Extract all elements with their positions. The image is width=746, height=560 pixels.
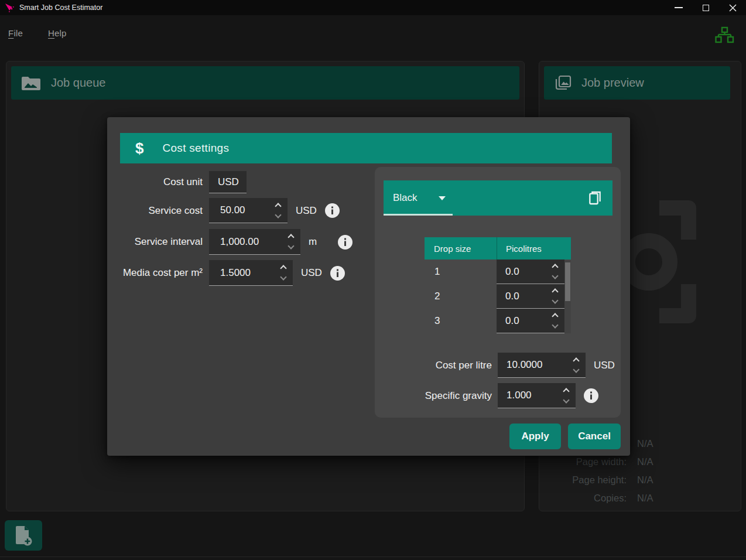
drop-size-cell: 1 <box>425 259 497 284</box>
spinner-arrows[interactable] <box>279 260 288 285</box>
spin-up-icon[interactable] <box>552 313 558 319</box>
spin-up-icon[interactable] <box>288 234 294 240</box>
spin-down-icon[interactable] <box>288 243 294 249</box>
cost-unit-row: Cost unit USD <box>107 171 247 193</box>
job-preview-title: Job preview <box>581 76 644 90</box>
folder-image-icon <box>20 75 42 91</box>
info-icon[interactable] <box>330 266 345 281</box>
media-cost-row: Media cost per m² 1.5000 USD <box>107 260 345 286</box>
service-cost-row: Service cost 50.00 USD <box>107 198 340 223</box>
add-job-button[interactable] <box>5 520 42 551</box>
spinner-arrows[interactable] <box>551 284 559 308</box>
picolitres-input[interactable]: 0.0 <box>497 259 564 284</box>
cost-settings-header: $ Cost settings <box>120 133 612 163</box>
job-queue-title: Job queue <box>51 76 105 90</box>
table-row: 1 0.0 <box>425 259 571 284</box>
service-cost-label: Service cost <box>107 205 203 217</box>
spin-down-icon[interactable] <box>275 211 281 218</box>
channel-select[interactable]: Black <box>393 192 418 204</box>
cancel-button[interactable]: Cancel <box>568 424 621 449</box>
picolitres-input[interactable]: 0.0 <box>497 309 564 333</box>
info-label: Page height: <box>539 474 627 486</box>
picolitres-value: 0.0 <box>505 315 519 327</box>
info-icon[interactable] <box>338 235 353 250</box>
specific-gravity-value: 1.000 <box>507 390 532 401</box>
stacked-images-icon <box>553 74 572 93</box>
app-window: Smart Job Cost Estimator File Help <box>0 0 746 560</box>
spinner-arrows[interactable] <box>274 198 282 223</box>
cost-unit-input[interactable]: USD <box>209 171 247 193</box>
copy-icon[interactable] <box>586 189 604 207</box>
spinner-arrows[interactable] <box>562 383 570 408</box>
media-cost-unit: USD <box>301 267 322 279</box>
close-button[interactable] <box>719 0 746 15</box>
drop-size-table: Drop size Picolitres 1 0.0 2 <box>425 237 571 333</box>
spinner-arrows[interactable] <box>551 309 559 333</box>
service-cost-input[interactable]: 50.00 <box>209 198 288 223</box>
service-interval-input[interactable]: 1,000.00 <box>209 229 300 255</box>
spin-down-icon[interactable] <box>552 322 558 328</box>
window-controls <box>665 0 746 15</box>
title-bar: Smart Job Cost Estimator <box>0 0 746 15</box>
cost-per-litre-input[interactable]: 10.0000 <box>498 353 586 378</box>
spin-up-icon[interactable] <box>275 203 281 209</box>
picolitres-input[interactable]: 0.0 <box>497 284 564 309</box>
spin-down-icon[interactable] <box>552 297 558 303</box>
network-icon[interactable] <box>714 26 734 46</box>
spinner-arrows[interactable] <box>551 259 559 284</box>
media-cost-label: Media cost per m² <box>107 267 203 279</box>
cost-per-litre-unit: USD <box>594 360 615 371</box>
menu-help[interactable]: Help <box>48 28 67 38</box>
drop-size-cell: 2 <box>425 284 497 309</box>
table-header: Drop size Picolitres <box>425 237 571 259</box>
maximize-button[interactable] <box>692 0 719 15</box>
menu-file[interactable]: File <box>8 28 23 38</box>
minimize-button[interactable] <box>665 0 692 15</box>
picolitres-value: 0.0 <box>505 291 519 302</box>
media-cost-input[interactable]: 1.5000 <box>209 260 293 286</box>
app-logo-icon <box>5 3 15 13</box>
specific-gravity-row: Specific gravity 1.000 <box>375 383 598 408</box>
service-interval-unit: m <box>309 236 330 248</box>
scrollbar-thumb[interactable] <box>565 262 570 301</box>
dialog-title: Cost settings <box>162 142 229 155</box>
spinner-arrows[interactable] <box>287 229 295 254</box>
info-value: N/A <box>637 474 653 486</box>
info-value: N/A <box>637 438 653 449</box>
cost-per-litre-value: 10.0000 <box>507 359 542 371</box>
table-row: 2 0.0 <box>425 284 571 309</box>
media-cost-value: 1.5000 <box>220 267 251 279</box>
spin-down-icon[interactable] <box>280 274 286 280</box>
spin-up-icon[interactable] <box>280 265 286 271</box>
picolitres-header: Picolitres <box>497 237 571 259</box>
job-preview-header: Job preview <box>544 66 730 100</box>
service-interval-value: 1,000.00 <box>220 236 259 248</box>
info-icon[interactable] <box>325 203 340 218</box>
table-scrollbar[interactable] <box>564 260 571 333</box>
spinner-arrows[interactable] <box>572 353 580 377</box>
close-icon <box>729 4 737 12</box>
drop-size-cell: 3 <box>425 309 497 333</box>
ink-channel-header: Black <box>384 180 612 216</box>
chevron-down-icon[interactable] <box>439 196 446 200</box>
apply-button[interactable]: Apply <box>509 424 561 449</box>
picolitres-value: 0.0 <box>505 266 519 278</box>
bottom-divider <box>0 556 746 557</box>
service-cost-unit: USD <box>296 205 317 217</box>
spin-up-icon[interactable] <box>552 288 558 295</box>
spin-up-icon[interactable] <box>563 388 569 394</box>
specific-gravity-label: Specific gravity <box>375 390 492 402</box>
spin-down-icon[interactable] <box>573 366 579 373</box>
service-interval-row: Service interval 1,000.00 m <box>107 229 353 255</box>
specific-gravity-input[interactable]: 1.000 <box>498 383 576 408</box>
spin-down-icon[interactable] <box>563 397 569 403</box>
job-queue-header: Job queue <box>11 66 519 100</box>
info-icon[interactable] <box>584 388 598 403</box>
info-value: N/A <box>637 493 653 504</box>
channel-underline <box>384 214 453 216</box>
spin-up-icon[interactable] <box>552 264 558 270</box>
service-interval-label: Service interval <box>107 236 203 248</box>
cost-settings-dialog: $ Cost settings Cost unit USD Service co… <box>107 117 630 456</box>
spin-down-icon[interactable] <box>552 272 558 279</box>
spin-up-icon[interactable] <box>573 357 579 364</box>
